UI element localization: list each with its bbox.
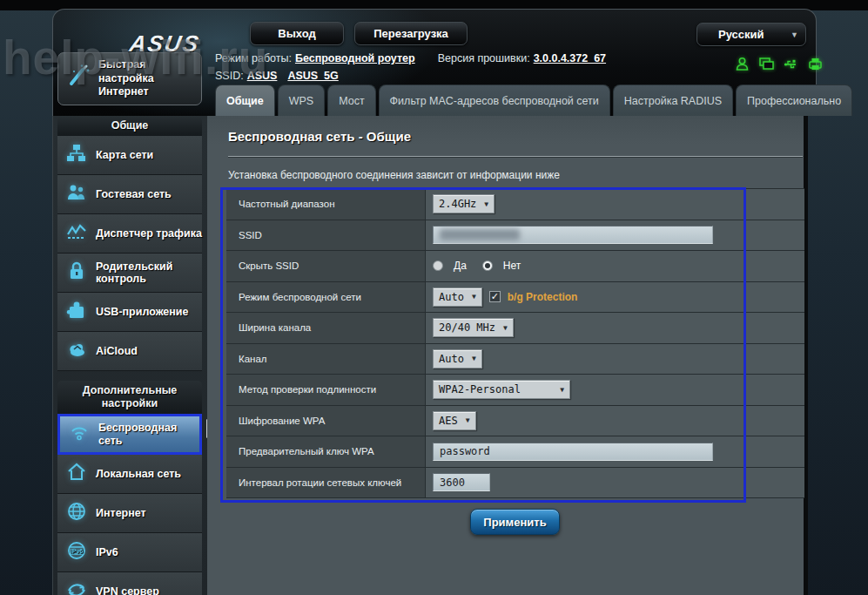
client-icon[interactable] <box>734 56 750 76</box>
tab-general[interactable]: Общие <box>215 85 275 116</box>
radio-label: Нет <box>503 260 521 272</box>
sidebar-section-title: Общие <box>57 116 202 136</box>
printer-icon[interactable] <box>807 56 824 76</box>
ssid-input[interactable] <box>433 226 713 244</box>
setting-control-cell: WPA2-Personal▼ <box>426 375 804 405</box>
sidebar-item-label: Интернет <box>96 507 146 519</box>
sidebar-item[interactable]: Локальная сеть <box>57 455 202 494</box>
dropdown-value: Auto <box>439 353 464 365</box>
sidebar-item[interactable]: AiCloud <box>57 332 202 371</box>
status-line-ssid: SSID:ASUSASUS_5G <box>215 70 339 82</box>
setting-control-cell: Auto▼ <box>426 344 804 375</box>
sidebar-item-label: Гостевая сеть <box>96 188 172 200</box>
guest-network-icon <box>66 182 87 206</box>
ssid-primary-link[interactable]: ASUS <box>247 70 278 82</box>
reboot-button[interactable]: Перезагрузка <box>354 22 468 45</box>
dropdown-value: Auto <box>439 291 464 303</box>
status-line-mode: Режим работы:Беспроводной роутерВерсия п… <box>215 52 606 64</box>
sidebar-item-label: VPN сервер <box>96 585 159 595</box>
setting-control-cell <box>426 220 804 251</box>
chevron-down-icon: ▼ <box>503 324 508 332</box>
dropdown[interactable]: 2.4GHz▼ <box>433 194 495 213</box>
tab-2[interactable]: Мост <box>327 85 375 116</box>
settings-row: Ширина канала20/40 MHz▼ <box>226 313 804 344</box>
language-selector[interactable]: Русский ▼ <box>696 23 806 46</box>
sidebar-item-label: AiCloud <box>96 345 138 357</box>
chevron-down-icon: ▼ <box>484 200 488 208</box>
sidebar-item[interactable]: USB-приложение <box>57 293 202 332</box>
internet-icon <box>66 501 87 524</box>
setting-control-cell: 3600 <box>426 468 804 498</box>
sidebar-item[interactable]: Родительский контроль <box>57 254 202 293</box>
settings-row: Режим беспроводной сетиAuto▼✓b/g Protect… <box>226 282 804 314</box>
settings-row: Частотный диапазон2.4GHz▼ <box>226 189 804 220</box>
sidebar-item[interactable]: IPv6IPv6 <box>57 533 202 572</box>
sidebar-item-label: Родительский контроль <box>96 260 202 286</box>
magic-wand-icon <box>65 64 91 94</box>
setting-label: Интервал ротации сетевых ключей <box>226 468 426 498</box>
parental-control-icon <box>66 260 87 284</box>
setting-label: Частотный диапазон <box>226 189 426 220</box>
setting-control-cell: ДаНет <box>426 251 804 281</box>
sidebar-item-label: Карта сети <box>96 149 153 161</box>
setting-control-cell: Auto▼✓b/g Protection <box>426 282 804 313</box>
settings-row: Скрыть SSIDДаНет <box>226 251 804 282</box>
usb-icon[interactable] <box>783 56 799 76</box>
radio-Да[interactable] <box>433 260 443 271</box>
setting-label: SSID <box>226 220 426 251</box>
key-rotation-input[interactable]: 3600 <box>433 473 490 491</box>
ssid-secondary-link[interactable]: ASUS_5G <box>287 70 338 82</box>
sidebar-item[interactable]: Карта сети <box>57 136 202 175</box>
title-divider <box>228 156 803 157</box>
monitor-icon[interactable] <box>758 56 775 76</box>
dropdown[interactable]: AES▼ <box>433 411 476 430</box>
sidebar-item[interactable]: Гостевая сеть <box>57 175 202 214</box>
vpn-icon <box>66 579 87 595</box>
settings-row: Интервал ротации сетевых ключей3600 <box>226 468 804 499</box>
firmware-value-link[interactable]: 3.0.0.4.372_67 <box>534 52 606 64</box>
lan-icon <box>66 462 87 485</box>
apply-button[interactable]: Применить <box>470 509 560 535</box>
chevron-down-icon: ▼ <box>466 416 470 424</box>
sidebar-item-label: Локальная сеть <box>96 468 181 480</box>
tab-1[interactable]: WPS <box>278 85 325 116</box>
dropdown-value: WPA2-Personal <box>439 383 521 396</box>
traffic-manager-icon <box>66 221 87 245</box>
sidebar-item-label: Диспетчер трафика <box>96 227 202 240</box>
mode-value-link[interactable]: Беспроводной роутер <box>295 52 415 64</box>
status-icon-bar <box>734 56 824 76</box>
chevron-down-icon: ▼ <box>791 30 798 39</box>
tab-4[interactable]: Настройка RADIUS <box>613 85 733 116</box>
radio-Нет[interactable] <box>482 260 493 271</box>
settings-row: Шифрование WPAAES▼ <box>226 406 804 437</box>
sidebar-item[interactable]: Беспроводная сеть <box>57 414 202 455</box>
sidebar-item-label: Беспроводная сеть <box>98 422 199 447</box>
sidebar-item-label: USB-приложение <box>96 306 189 318</box>
wpa-key-input[interactable]: password <box>433 443 713 461</box>
quick-setup-button[interactable]: Быстрая настройка Интернет <box>57 52 202 105</box>
tab-5[interactable]: Профессионально <box>736 85 852 116</box>
sidebar-item[interactable]: Диспетчер трафика <box>57 214 202 254</box>
censored-value <box>440 229 520 240</box>
dropdown[interactable]: Auto▼ <box>433 349 482 368</box>
dropdown[interactable]: Auto▼ <box>433 287 482 307</box>
tab-3[interactable]: Фильтр MAC-адресов беспроводной сети <box>379 85 610 116</box>
logout-button[interactable]: Выход <box>250 22 344 45</box>
dropdown[interactable]: WPA2-Personal▼ <box>433 380 570 399</box>
setting-label: Канал <box>226 344 426 375</box>
settings-row: SSID <box>226 220 804 252</box>
radio-label: Да <box>454 260 467 272</box>
input-value: 3600 <box>440 477 465 489</box>
page-description: Установка беспроводного соединения завис… <box>228 169 560 181</box>
setting-label: Шифрование WPA <box>226 406 426 436</box>
settings-row: КаналAuto▼ <box>226 344 804 375</box>
bg-protection-checkbox[interactable]: ✓ <box>489 291 501 302</box>
sidebar-item[interactable]: Интернет <box>57 494 202 533</box>
dropdown-value: AES <box>439 415 458 427</box>
sidebar-item[interactable]: VPN сервер <box>57 572 202 595</box>
setting-label: Метод проверки подлинности <box>226 375 426 405</box>
sidebar-section-general: ОбщиеКарта сетиГостевая сетьДиспетчер тр… <box>57 116 202 371</box>
setting-control-cell: password <box>426 436 804 467</box>
wireless-icon <box>69 423 90 446</box>
dropdown[interactable]: 20/40 MHz▼ <box>433 318 514 337</box>
